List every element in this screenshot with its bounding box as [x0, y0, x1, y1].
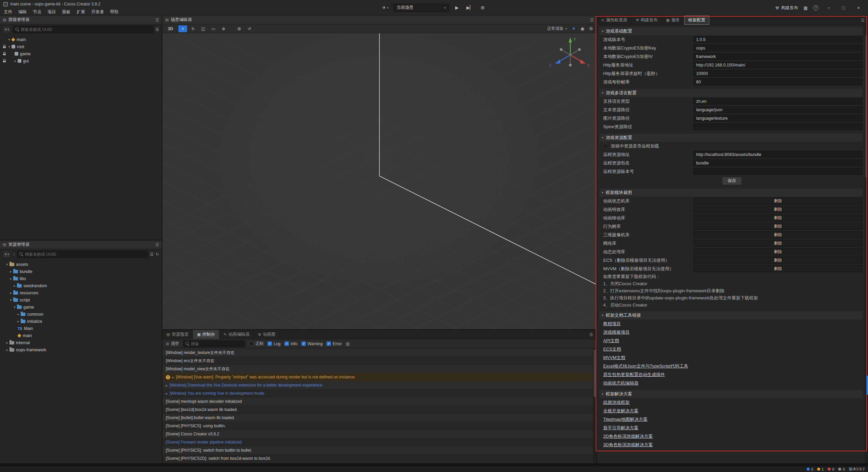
- field-input[interactable]: [693, 70, 863, 77]
- console-scrollbar[interactable]: [593, 349, 596, 463]
- log-row[interactable]: ▸[Window] You are running Vue in develop…: [162, 389, 596, 397]
- doc-link[interactable]: ECS文档: [603, 346, 621, 352]
- tab-console[interactable]: ▦控制台: [193, 330, 219, 339]
- preview-image-icon[interactable]: ▦: [804, 5, 808, 11]
- doc-link[interactable]: 3D角色扮演游戏解决方案: [603, 442, 653, 448]
- x-axis-arrow[interactable]: X: [570, 55, 590, 67]
- tree-expand-arrow[interactable]: ▸: [12, 284, 17, 288]
- tree-expand-arrow[interactable]: ▸: [8, 270, 13, 273]
- delete-module-button[interactable]: 删除: [693, 265, 863, 272]
- move-tool[interactable]: +: [178, 25, 187, 32]
- status-error-count[interactable]: 0: [828, 467, 834, 471]
- scene-menu-icon[interactable]: ☰: [590, 18, 594, 22]
- assets-filter-icon[interactable]: ☰: [150, 252, 154, 257]
- field-input[interactable]: [693, 61, 863, 68]
- section-header[interactable]: ▾框架模块裁剪: [599, 189, 863, 197]
- doc-link[interactable]: 2D角色扮演游戏解决方案: [603, 433, 653, 439]
- field-input[interactable]: [693, 78, 863, 85]
- scrollbar-thumb[interactable]: [594, 350, 596, 397]
- hierarchy-filter-icon[interactable]: ☰: [155, 27, 159, 32]
- status-notice-count[interactable]: 0: [838, 467, 845, 471]
- maximize-button[interactable]: □: [839, 5, 848, 11]
- doc-link[interactable]: 新手引导解决方案: [603, 425, 638, 431]
- doc-link[interactable]: Tiledmap地图解决方案: [603, 416, 648, 422]
- neg-z-axis-handle[interactable]: [578, 48, 581, 51]
- tree-expand-arrow[interactable]: ▸: [16, 312, 21, 316]
- asset-node-row[interactable]: ▸common: [0, 311, 162, 318]
- doc-link[interactable]: 游戏模板项目: [603, 329, 630, 335]
- scrollbar-thumb[interactable]: [865, 35, 867, 178]
- tree-expand-arrow[interactable]: ▸: [16, 319, 21, 323]
- field-input[interactable]: [693, 159, 863, 166]
- log-row[interactable]: [Window] render_texture文件夹不存在: [162, 349, 596, 357]
- log-row[interactable]: [Window] ecs文件夹不存在: [162, 357, 596, 365]
- scene-settings-gear-icon[interactable]: ⚙: [589, 26, 593, 31]
- field-input[interactable]: [693, 44, 863, 52]
- tab-menu-icon[interactable]: ☰: [586, 330, 596, 339]
- console-search[interactable]: [183, 340, 245, 347]
- log-row[interactable]: [Scene] [bullet]:bullet wasm lib loaded.: [162, 414, 596, 422]
- tree-collapse-arrow[interactable]: ▾: [5, 262, 9, 266]
- status-info-count[interactable]: 3: [807, 467, 813, 471]
- log-row[interactable]: [Scene] [box2d]:box2d wasm lib loaded.: [162, 406, 596, 414]
- scene-viewport[interactable]: Y X Z: [162, 33, 596, 329]
- delete-module-button[interactable]: 删除: [693, 197, 863, 204]
- hierarchy-search-input[interactable]: [21, 27, 152, 32]
- layout-button[interactable]: ⊞: [478, 4, 488, 12]
- asset-node-row[interactable]: ▾assets: [0, 261, 162, 268]
- save-button[interactable]: 保存: [722, 177, 742, 185]
- create-asset-button[interactable]: + ▾: [3, 251, 11, 258]
- assets-search[interactable]: [17, 251, 148, 258]
- remote-load-checkbox[interactable]: [603, 144, 608, 149]
- hierarchy-node-row[interactable]: ▾main: [0, 36, 162, 43]
- render-mode-select[interactable]: 正常渲染 ▾: [547, 26, 567, 32]
- close-button[interactable]: ×: [854, 5, 863, 11]
- assets-refresh-icon[interactable]: ↻: [156, 252, 159, 257]
- log-row[interactable]: [Scene] [PHYSICS2D]: switch from box2d-w…: [162, 454, 596, 463]
- regex-filter-checkbox[interactable]: 正则: [249, 341, 263, 347]
- preview-platform-button[interactable]: ✈ ▾: [380, 4, 391, 12]
- menu-project[interactable]: 项目: [44, 8, 59, 16]
- doc-link[interactable]: Excel格式转Json文件与TypeScript代码工具: [603, 363, 688, 369]
- doc-link[interactable]: MVVM文档: [603, 355, 625, 361]
- snap-tool[interactable]: ⊞: [235, 25, 243, 32]
- menu-node[interactable]: 节点: [30, 8, 44, 16]
- asset-node-row[interactable]: ▸internal: [0, 339, 162, 346]
- light-toggle-icon[interactable]: ☀: [572, 26, 576, 31]
- asset-node-row[interactable]: ▾game: [0, 303, 162, 311]
- step-button[interactable]: ▶▏: [465, 4, 475, 12]
- menu-file[interactable]: 文件: [1, 8, 15, 16]
- delete-module-button[interactable]: 删除: [693, 206, 863, 213]
- doc-link[interactable]: 原生包热更新配置自动生成插件: [603, 372, 665, 378]
- tree-expand-arrow[interactable]: ▸: [8, 291, 13, 295]
- log-row[interactable]: [Scene] Cocos Creator v3.8.2: [162, 430, 596, 438]
- play-button[interactable]: ▶: [452, 4, 462, 12]
- menu-help[interactable]: 帮助: [107, 8, 122, 16]
- tree-expand-arrow[interactable]: ▸: [8, 277, 13, 280]
- z-axis-arrow[interactable]: Z: [549, 55, 570, 67]
- assets-search-input[interactable]: [25, 252, 146, 257]
- log-row[interactable]: !▸[Window] [Vue warn]: Property "onInput…: [162, 373, 596, 381]
- tab-animation-graph[interactable]: ⊞动画图: [254, 330, 280, 339]
- tab-framework-config[interactable]: 框架配置: [684, 16, 710, 25]
- menu-developer[interactable]: 开发者: [88, 8, 107, 16]
- asset-node-row[interactable]: main: [0, 332, 162, 339]
- delete-module-button[interactable]: 删除: [693, 223, 863, 230]
- tree-collapse-arrow[interactable]: ▾: [7, 38, 12, 41]
- log-expand-arrow[interactable]: ▸: [172, 375, 174, 379]
- log-filter-log[interactable]: Log: [268, 341, 280, 346]
- section-header[interactable]: ▾游戏多语言配置: [599, 89, 863, 97]
- field-input[interactable]: [693, 53, 863, 60]
- asset-node-row[interactable]: ▾script: [0, 296, 162, 303]
- log-row[interactable]: [Scene] [PHYSICS]: using builtin.: [162, 422, 596, 430]
- doc-link[interactable]: 战旗游戏框架: [603, 399, 630, 406]
- asset-node-row[interactable]: ▸libs: [0, 275, 162, 282]
- tree-collapse-arrow[interactable]: ▾: [7, 45, 12, 48]
- menu-extension[interactable]: 扩展: [74, 8, 88, 16]
- create-node-button[interactable]: + ▾: [3, 26, 11, 33]
- menu-edit[interactable]: 编辑: [15, 8, 30, 16]
- tree-collapse-arrow[interactable]: ▾: [8, 298, 13, 302]
- tree-collapse-arrow[interactable]: ▾: [12, 305, 17, 309]
- section-header[interactable]: ▾游戏基础配置: [599, 27, 863, 35]
- tree-expand-arrow[interactable]: ▸: [5, 348, 9, 352]
